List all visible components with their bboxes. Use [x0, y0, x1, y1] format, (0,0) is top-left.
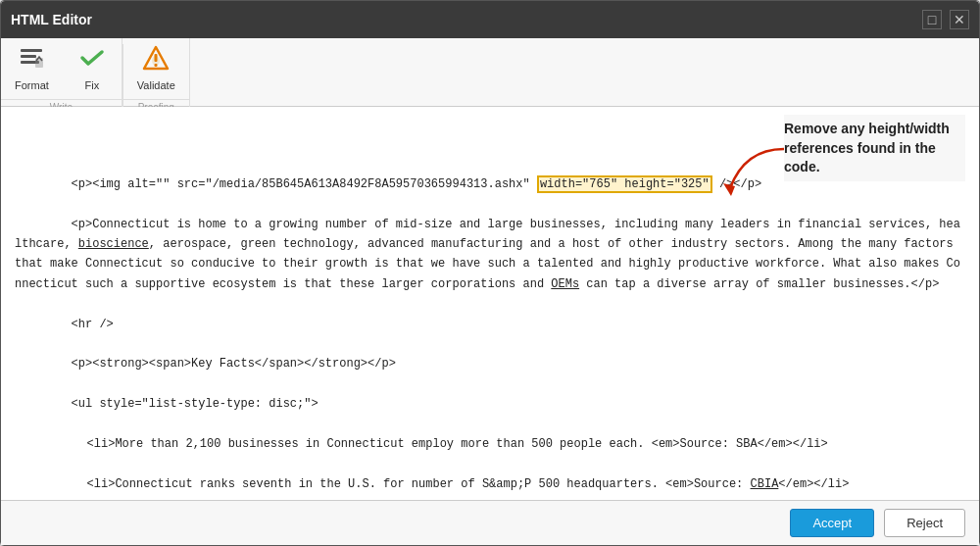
- code-line-7: <li>Connecticut ranks seventh in the U.S…: [72, 477, 850, 491]
- code-editor[interactable]: <p><img alt="" src="/media/85B645A613A84…: [1, 107, 979, 500]
- code-content: <p><img alt="" src="/media/85B645A613A84…: [15, 154, 965, 500]
- toolbar-groups: Format Fix Write: [1, 38, 979, 117]
- title-bar-controls: □ ✕: [922, 10, 969, 29]
- fix-icon: [78, 44, 106, 77]
- dialog-title: HTML Editor: [11, 12, 92, 27]
- maximize-button[interactable]: □: [922, 10, 942, 29]
- title-bar: HTML Editor □ ✕: [1, 1, 979, 38]
- svg-point-7: [152, 56, 160, 66]
- code-line-3: <hr />: [72, 318, 114, 331]
- code-line-1: <p><img alt="" src="/media/85B645A613A84…: [72, 175, 762, 193]
- proofing-section: Validate Proofing: [123, 38, 190, 117]
- format-button[interactable]: Format: [1, 38, 63, 97]
- validate-button[interactable]: Validate: [123, 38, 189, 97]
- svg-rect-1: [21, 55, 36, 58]
- write-section: Format Fix Write: [1, 38, 122, 117]
- format-icon: [18, 44, 45, 77]
- accept-button[interactable]: Accept: [790, 509, 874, 537]
- validate-label: Validate: [137, 79, 175, 91]
- code-line-2: <p>Connecticut is home to a growing numb…: [15, 218, 960, 291]
- content-area: <p><img alt="" src="/media/85B645A613A84…: [1, 107, 979, 500]
- validate-icon: [142, 44, 170, 77]
- toolbar: Format Fix Write: [1, 38, 979, 107]
- reject-button[interactable]: Reject: [884, 509, 965, 537]
- html-editor-dialog: HTML Editor □ ✕: [0, 0, 980, 546]
- footer: Accept Reject: [1, 500, 979, 545]
- svg-rect-0: [21, 49, 42, 52]
- close-button[interactable]: ✕: [950, 10, 969, 29]
- code-line-4: <p><strong><span>Key Facts</span></stron…: [72, 357, 396, 371]
- code-line-6: <li>More than 2,100 businesses in Connec…: [72, 437, 828, 451]
- code-line-5: <ul style="list-style-type: disc;">: [72, 397, 318, 411]
- format-label: Format: [15, 79, 49, 91]
- highlighted-attributes: width="765" height="325": [537, 175, 712, 193]
- fix-label: Fix: [85, 79, 100, 91]
- fix-button[interactable]: Fix: [63, 38, 122, 97]
